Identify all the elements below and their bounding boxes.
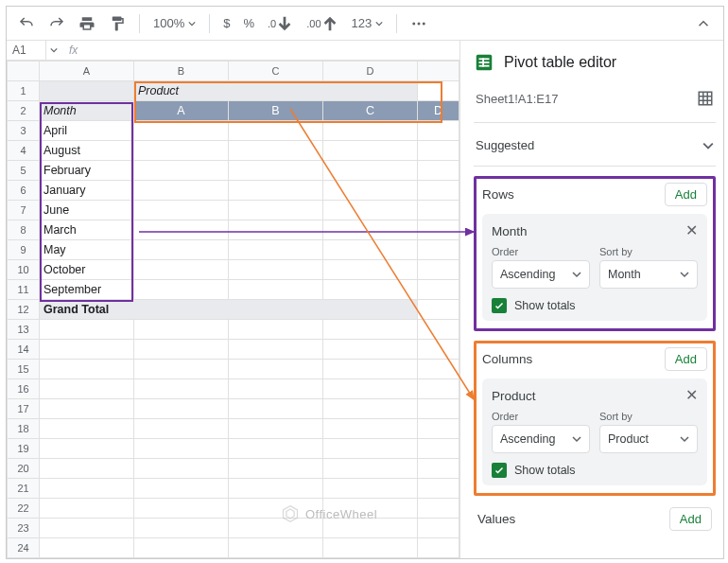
remove-column-field-button[interactable]: ✕ xyxy=(685,388,698,403)
col-header[interactable]: D xyxy=(323,62,418,81)
row-field-name: Month xyxy=(492,224,528,238)
format-currency-button[interactable]: $ xyxy=(219,12,234,34)
show-totals-label: Show totals xyxy=(514,464,576,477)
columns-label: Columns xyxy=(482,352,532,366)
panel-title: Pivot table editor xyxy=(474,52,716,73)
col-header[interactable]: C xyxy=(229,62,323,81)
columns-section: Columns Add Product ✕ Order Ascending xyxy=(474,341,716,496)
collapse-toolbar-button[interactable] xyxy=(691,11,716,36)
pivot-product-header: Product xyxy=(134,81,418,101)
pivot-month-header: Month xyxy=(40,101,134,121)
pivot-row: May xyxy=(40,240,134,260)
fx-label: fx xyxy=(61,44,85,57)
svg-point-1 xyxy=(418,22,421,25)
more-toolbar-button[interactable] xyxy=(407,11,431,36)
row-order-select[interactable]: Ascending xyxy=(492,260,590,289)
chevron-down-icon xyxy=(702,140,714,151)
svg-marker-3 xyxy=(284,506,298,522)
remove-row-field-button[interactable]: ✕ xyxy=(685,223,698,238)
pivot-row: April xyxy=(40,121,134,141)
zoom-select[interactable]: 100% xyxy=(149,16,199,30)
pivot-editor-panel: Pivot table editor Sheet1!A1:E17 Suggest… xyxy=(460,41,723,558)
show-totals-label: Show totals xyxy=(514,299,576,312)
svg-marker-4 xyxy=(286,509,294,519)
add-column-field-button[interactable]: Add xyxy=(665,347,707,371)
values-label: Values xyxy=(477,512,515,526)
column-field-name: Product xyxy=(492,389,536,403)
data-range[interactable]: Sheet1!A1:E17 xyxy=(476,92,558,106)
more-formats-button[interactable]: 123 xyxy=(348,16,388,30)
spreadsheet-grid[interactable]: A B C D 1Product 2Month ABCD 3April 4Aug… xyxy=(7,61,459,558)
format-percent-button[interactable]: % xyxy=(239,12,258,34)
redo-button[interactable] xyxy=(44,11,69,36)
undo-button[interactable] xyxy=(14,11,39,36)
row-sortby-select[interactable]: Month xyxy=(599,260,698,289)
select-range-icon[interactable] xyxy=(697,90,714,107)
suggested-section[interactable]: Suggested xyxy=(474,132,716,162)
row-field-card: Month ✕ Order Ascending Sort by Month xyxy=(482,214,707,321)
pivot-row: January xyxy=(40,181,134,201)
pivot-row: October xyxy=(40,260,134,280)
name-box[interactable]: A1 xyxy=(7,41,46,60)
pivot-row: August xyxy=(40,141,134,161)
paint-format-button[interactable] xyxy=(105,11,130,36)
order-label: Order xyxy=(492,246,590,257)
svg-point-2 xyxy=(423,22,425,25)
formula-bar: A1 fx xyxy=(7,41,459,61)
order-label: Order xyxy=(492,411,590,422)
add-row-field-button[interactable]: Add xyxy=(665,183,707,206)
add-value-field-button[interactable]: Add xyxy=(669,507,712,531)
print-button[interactable] xyxy=(75,11,99,36)
toolbar: 100% $ % .0 .00 123 xyxy=(7,7,723,41)
sheets-icon xyxy=(474,52,494,73)
col-order-select[interactable]: Ascending xyxy=(492,425,590,453)
sortby-label: Sort by xyxy=(599,246,698,257)
pivot-row: September xyxy=(40,280,134,300)
svg-rect-10 xyxy=(699,92,712,105)
col-sortby-select[interactable]: Product xyxy=(599,425,698,453)
increase-decimal-button[interactable]: .00 xyxy=(303,11,341,36)
column-field-card: Product ✕ Order Ascending Sort by Produc… xyxy=(482,378,707,485)
watermark: OfficeWheel xyxy=(281,504,377,523)
col-header[interactable]: B xyxy=(134,62,229,81)
pivot-row: February xyxy=(40,161,134,181)
col-header[interactable]: A xyxy=(40,62,134,81)
grand-total-row: Grand Total xyxy=(40,300,418,320)
rows-label: Rows xyxy=(482,187,514,202)
pivot-row: March xyxy=(40,220,134,240)
svg-rect-9 xyxy=(482,58,484,66)
decrease-decimal-button[interactable]: .0 xyxy=(264,11,297,36)
row-show-totals-checkbox[interactable] xyxy=(492,298,507,313)
rows-section: Rows Add Month ✕ Order Ascending S xyxy=(474,176,716,331)
pivot-row: June xyxy=(40,201,134,220)
svg-point-0 xyxy=(412,22,415,25)
sortby-label: Sort by xyxy=(599,411,698,422)
col-show-totals-checkbox[interactable] xyxy=(492,463,507,478)
name-box-dropdown[interactable] xyxy=(46,44,61,57)
